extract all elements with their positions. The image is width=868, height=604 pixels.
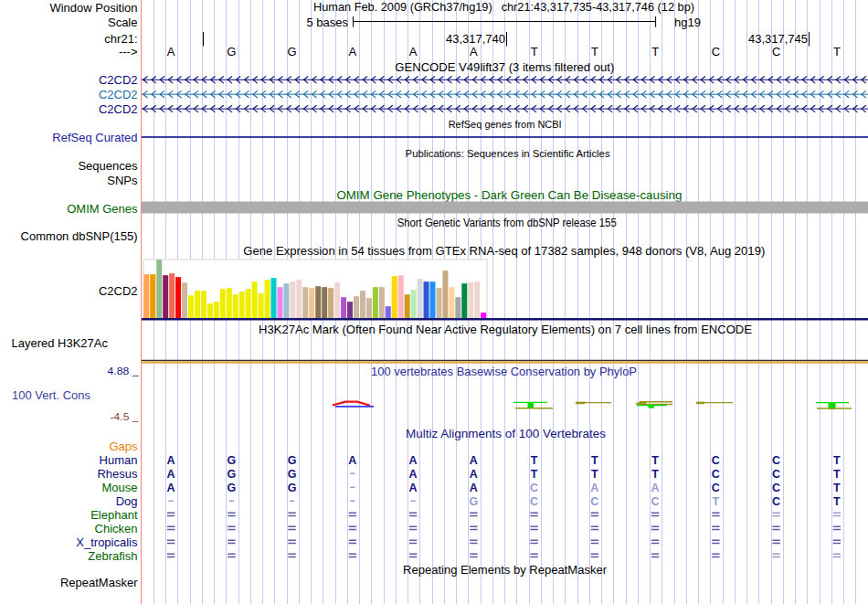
svg-text:A: A <box>470 482 478 494</box>
svg-text:C2CD2: C2CD2 <box>99 102 138 116</box>
svg-text:H3K27Ac Mark (Often Found Near: H3K27Ac Mark (Often Found Near Active Re… <box>259 323 752 336</box>
svg-text:100 Vert. Cons: 100 Vert. Cons <box>12 389 90 402</box>
svg-text:C2CD2: C2CD2 <box>99 73 138 87</box>
svg-text:G: G <box>228 482 237 494</box>
svg-text:5 bases: 5 bases <box>306 16 348 29</box>
svg-text:C: C <box>530 482 538 494</box>
svg-text:C: C <box>712 468 720 481</box>
svg-text:Rhesus: Rhesus <box>97 467 138 481</box>
svg-text:C: C <box>651 495 660 508</box>
svg-text:SNPs: SNPs <box>107 174 138 187</box>
svg-text:G: G <box>288 45 297 58</box>
svg-text:A: A <box>167 45 175 58</box>
svg-text:C: C <box>772 468 780 481</box>
svg-text:T: T <box>531 454 538 467</box>
svg-text:G: G <box>228 454 237 467</box>
svg-text:C2CD2: C2CD2 <box>99 88 138 101</box>
svg-text:RefSeq Curated: RefSeq Curated <box>52 131 137 144</box>
svg-text:GENCODE V49lift37 (3 items fil: GENCODE V49lift37 (3 items filtered out) <box>395 60 614 74</box>
svg-text:T: T <box>833 495 841 508</box>
svg-text:C: C <box>712 482 720 494</box>
svg-text:Sequences: Sequences <box>78 159 138 173</box>
svg-text:A: A <box>348 454 356 467</box>
svg-text:A: A <box>409 482 418 494</box>
svg-text:A: A <box>409 468 418 481</box>
svg-text:Short Genetic Variants from db: Short Genetic Variants from dbSNP releas… <box>397 217 617 229</box>
svg-text:Multiz Alignments of 100 Verte: Multiz Alignments of 100 Vertebrates <box>406 428 606 440</box>
svg-text:A: A <box>590 482 598 494</box>
svg-text:-4.5 _: -4.5 _ <box>111 411 140 422</box>
svg-text:hg19: hg19 <box>674 16 701 29</box>
svg-text:C: C <box>772 495 780 508</box>
svg-text:T: T <box>651 454 659 467</box>
svg-text:Mouse: Mouse <box>101 481 137 494</box>
svg-text:T: T <box>833 482 841 494</box>
svg-text:T: T <box>531 468 538 481</box>
svg-text:100 vertebrates Basewise Conse: 100 vertebrates Basewise Conservation by… <box>371 366 637 378</box>
svg-text:Layered H3K27Ac: Layered H3K27Ac <box>11 336 108 350</box>
svg-text:Elephant: Elephant <box>90 508 138 522</box>
svg-text:A: A <box>651 482 660 494</box>
svg-text:Human Feb. 2009 (GRCh37/hg19): Human Feb. 2009 (GRCh37/hg19) chr21:43,3… <box>313 0 694 14</box>
svg-text:Human: Human <box>100 453 138 467</box>
svg-text:Publications: Sequences in Sci: Publications: Sequences in Scientific Ar… <box>406 148 610 159</box>
svg-text:A: A <box>349 45 357 58</box>
svg-text:Zebrafish: Zebrafish <box>88 549 137 563</box>
svg-text:T: T <box>713 495 720 508</box>
svg-text:C: C <box>772 482 780 494</box>
svg-text:--->: ---> <box>119 45 138 58</box>
svg-text:Common dbSNP(155): Common dbSNP(155) <box>21 229 138 243</box>
svg-text:C: C <box>772 45 780 58</box>
svg-text:G: G <box>288 454 297 467</box>
svg-text:A: A <box>470 45 478 58</box>
svg-text:G: G <box>228 468 237 481</box>
svg-text:Gene Expression in 54 tissues: Gene Expression in 54 tissues from GTEx … <box>243 244 765 258</box>
svg-text:T: T <box>651 45 659 58</box>
svg-text:Chicken: Chicken <box>95 522 138 535</box>
svg-text:A: A <box>167 468 175 481</box>
svg-text:RefSeq genes from NCBI: RefSeq genes from NCBI <box>449 119 562 130</box>
svg-text:A: A <box>409 454 418 467</box>
svg-text:4.88 _: 4.88 _ <box>108 366 140 376</box>
svg-text:T: T <box>833 454 841 467</box>
svg-text:T: T <box>651 468 659 481</box>
svg-text:RepeatMasker: RepeatMasker <box>60 576 138 589</box>
svg-text:Window Position: Window Position <box>49 1 137 15</box>
svg-text:chr21:: chr21: <box>104 32 137 46</box>
svg-text:OMIM Genes: OMIM Genes <box>67 202 138 216</box>
svg-text:G: G <box>288 468 297 481</box>
svg-text:C: C <box>772 454 780 467</box>
svg-text:A: A <box>409 45 418 58</box>
svg-text:Dog: Dog <box>116 494 138 508</box>
svg-text:C: C <box>712 45 720 58</box>
svg-text:A: A <box>470 454 478 467</box>
svg-text:A: A <box>167 482 175 494</box>
svg-text:43,317,740: 43,317,740 <box>446 32 505 46</box>
svg-text:A: A <box>470 468 478 481</box>
svg-text:C: C <box>590 495 598 508</box>
svg-text:G: G <box>227 45 236 58</box>
svg-text:Scale: Scale <box>108 16 138 29</box>
svg-text:T: T <box>591 468 598 481</box>
svg-text:C2CD2: C2CD2 <box>99 284 138 298</box>
svg-text:Gaps: Gaps <box>109 440 138 453</box>
svg-text:G: G <box>288 482 297 494</box>
svg-text:T: T <box>833 468 841 481</box>
svg-text:C: C <box>712 454 720 467</box>
svg-text:T: T <box>531 45 538 58</box>
svg-text:T: T <box>591 454 598 467</box>
svg-text:43,317,745: 43,317,745 <box>748 32 808 46</box>
svg-text:Repeating Elements by RepeatMa: Repeating Elements by RepeatMasker <box>403 564 607 577</box>
svg-text:G: G <box>470 495 479 508</box>
svg-text:C: C <box>530 495 538 508</box>
svg-text:T: T <box>591 45 598 58</box>
svg-text:OMIM Gene Phenotypes - Dark Gr: OMIM Gene Phenotypes - Dark Green Can Be… <box>336 188 682 202</box>
svg-text:A: A <box>167 454 175 467</box>
svg-text:X_tropicalis: X_tropicalis <box>76 535 138 549</box>
svg-text:T: T <box>833 45 841 58</box>
